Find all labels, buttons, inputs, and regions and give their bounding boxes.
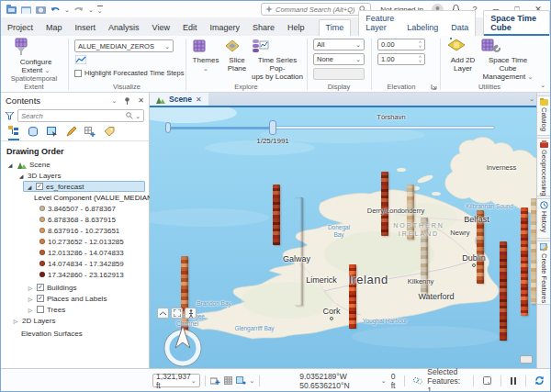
space-time-column[interactable] (500, 241, 507, 341)
time-slider-track-remaining[interactable] (273, 126, 495, 129)
time-slider-track-elapsed[interactable] (168, 127, 273, 129)
tree-item-elevation-surfaces[interactable]: Elevation Surfaces (1, 328, 149, 339)
undo-icon[interactable] (50, 5, 61, 15)
full-control-icon[interactable] (171, 308, 183, 319)
command-search-input[interactable] (276, 6, 356, 14)
grid-icon[interactable] (224, 376, 232, 385)
elevation-spinner-2[interactable]: 1.00˄˅ (377, 53, 425, 65)
tab-project[interactable]: Project (1, 20, 39, 36)
attributes-icon[interactable] (483, 376, 491, 385)
tab-map[interactable]: Map (39, 20, 69, 36)
tree-item-places-labels[interactable]: ▷✓Places and Labels (1, 293, 149, 304)
redo-dropdown-icon[interactable]: ⌄ (88, 6, 94, 13)
command-search[interactable] (261, 3, 371, 16)
legend-item: 17.342860 - 23.162913 (1, 269, 149, 280)
highlight-forecast-checkbox[interactable] (74, 70, 82, 77)
open-project-icon[interactable] (20, 5, 31, 15)
places-checkbox[interactable]: ✓ (37, 295, 44, 302)
tab-imagery[interactable]: Imagery (203, 20, 246, 36)
contents-search-box[interactable]: ⌄ (17, 109, 144, 122)
tab-space-time-cube[interactable]: Space Time Cube (484, 11, 549, 36)
line-chart-icon[interactable] (75, 55, 86, 64)
scene-view-tab[interactable]: Scene ✕ (150, 93, 208, 106)
list-by-data-source-icon[interactable] (28, 127, 39, 140)
pane-close-icon[interactable]: ✕ (138, 96, 144, 105)
tree-item-buildings[interactable]: ▷✓Buildings (1, 282, 149, 293)
coordinates-readout[interactable]: 9.0352189°W 50.6536210°N (299, 372, 377, 390)
list-by-snapping-icon[interactable] (84, 127, 96, 140)
pegman-icon[interactable] (185, 308, 197, 319)
pane-menu-icon[interactable]: ⌄ (111, 97, 117, 104)
tree-item-2d-layers[interactable]: ▷2D Layers (1, 315, 149, 326)
buildings-checkbox[interactable]: ✓ (37, 284, 44, 291)
filter-icon[interactable] (6, 112, 14, 120)
tab-edit[interactable]: Edit (176, 20, 204, 36)
close-view-icon[interactable]: ✕ (196, 95, 202, 104)
time-slider-start-handle[interactable] (165, 122, 171, 133)
collapse-navigator-icon[interactable] (157, 308, 169, 319)
space-time-column[interactable] (381, 172, 388, 236)
scale-combo[interactable]: 1,321,937 ft⌄ (152, 374, 200, 387)
list-by-labeling-icon[interactable] (104, 127, 115, 140)
themes-button[interactable]: Themes⌄ (191, 38, 220, 73)
status-options-icon[interactable]: ⌄ (250, 377, 255, 384)
dock-tab-create-features[interactable]: Create Features (537, 241, 551, 305)
tab-share[interactable]: Share (246, 20, 281, 36)
display-all-combo[interactable]: All⌄ (313, 39, 365, 50)
group-display: Display (308, 83, 370, 91)
ribbon-collapse-icon[interactable]: ⌄ (540, 82, 545, 88)
save-project-icon[interactable] (35, 5, 46, 15)
pause-drawing-icon[interactable] (511, 377, 516, 385)
tree-item-3d-layers[interactable]: ◢3D Layers (1, 170, 149, 181)
time-slider-handle[interactable] (269, 120, 276, 135)
elevation-dialog-launcher-icon[interactable] (431, 84, 437, 90)
tab-feature-layer[interactable]: Feature Layer (359, 11, 400, 36)
search-options-icon[interactable]: ⌄ (135, 113, 141, 119)
pin-icon[interactable] (124, 97, 130, 105)
space-time-column[interactable] (273, 185, 280, 245)
space-time-column[interactable] (295, 197, 303, 306)
configure-extent-button[interactable]: Configure Extent ⌄ (12, 38, 60, 74)
space-time-column[interactable] (521, 207, 528, 316)
display-none-combo[interactable]: None⌄ (313, 53, 365, 65)
refresh-icon[interactable] (534, 375, 545, 386)
tab-time[interactable]: Time (320, 20, 351, 36)
undo-dropdown-icon[interactable]: ⌄ (64, 6, 70, 13)
time-series-popups-button[interactable]: Time Series Pop-ups by Location (251, 38, 304, 82)
compass-navigator[interactable] (159, 324, 207, 368)
new-project-icon[interactable] (6, 5, 17, 15)
add-2d-layer-button[interactable]: Add 2DLayer (447, 38, 478, 73)
overview-widget-icon[interactable] (520, 355, 533, 364)
tree-item-scene[interactable]: ◢ Scene (1, 159, 149, 170)
snap-mode-icon[interactable] (236, 376, 246, 385)
add-layer-icon[interactable] (210, 376, 220, 386)
contents-search-input[interactable] (21, 112, 124, 120)
elevation-spinner-1[interactable]: 0.00˄˅ (377, 39, 425, 50)
redo-icon[interactable] (73, 5, 84, 15)
highlight-forecast-row[interactable]: Highlight Forecasted Time Steps (74, 69, 184, 77)
coords-options-icon[interactable]: ⌄ (381, 377, 387, 384)
tab-labeling[interactable]: Labeling (400, 20, 444, 36)
tab-help[interactable]: Help (281, 20, 311, 36)
customize-qat-icon[interactable]: ⌄ (97, 6, 103, 14)
trees-checkbox[interactable] (37, 306, 44, 313)
tab-analysis[interactable]: Analysis (102, 20, 146, 36)
dock-tab-catalog[interactable]: Catalog (537, 95, 551, 136)
slice-plane-button[interactable]: SlicePlane (224, 38, 250, 73)
dock-tab-history[interactable]: History (537, 198, 551, 239)
scene-view[interactable]: 1/25/1991 Tórshavn Inverness Derry/Londo… (150, 107, 538, 368)
tab-data[interactable]: Data (444, 20, 475, 36)
list-by-editing-icon[interactable] (66, 127, 76, 140)
variable-field-combo[interactable]: ALUE_MEDIAN_ZEROS⌄ (74, 39, 174, 52)
stc-management-button[interactable]: Space Time CubeManagement ⌄ (480, 38, 535, 82)
selected-features-count[interactable]: Selected Features: 1 (427, 367, 464, 392)
es-forecast-checkbox[interactable]: ✓ (36, 183, 43, 190)
tree-item-trees[interactable]: ▷Trees (1, 304, 149, 315)
tab-insert[interactable]: Insert (69, 20, 103, 36)
list-by-drawing-order-icon[interactable] (8, 126, 19, 140)
tree-item-level-component[interactable]: Level Component (VALUE_MEDIAN_ZE... (1, 192, 149, 203)
dock-tab-geoprocessing[interactable]: Geoprocessing (537, 138, 551, 196)
tab-view[interactable]: View (146, 20, 176, 36)
tree-item-es-forecast[interactable]: ◢ ✓ es_forecast (23, 181, 145, 192)
list-by-selection-icon[interactable] (47, 127, 58, 140)
